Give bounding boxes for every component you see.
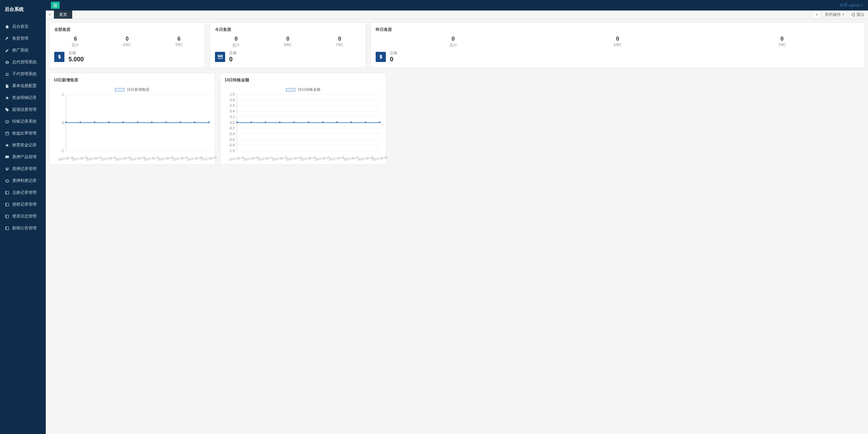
app-title: 后台系统 <box>0 0 46 11</box>
chevron-down-icon <box>861 5 863 6</box>
username: admin <box>849 3 860 8</box>
user-menu[interactable]: 欢迎 admin <box>840 2 863 8</box>
welcome-text: 欢迎 <box>840 2 848 8</box>
top-header: 欢迎 admin <box>0 0 868 11</box>
toggle-sidebar-button[interactable] <box>51 2 60 9</box>
sidebar: 后台系统 后台首页鱼苗管理推广系统总代管理系统子代管理系统基本信息配置奖金明细记… <box>0 0 46 11</box>
